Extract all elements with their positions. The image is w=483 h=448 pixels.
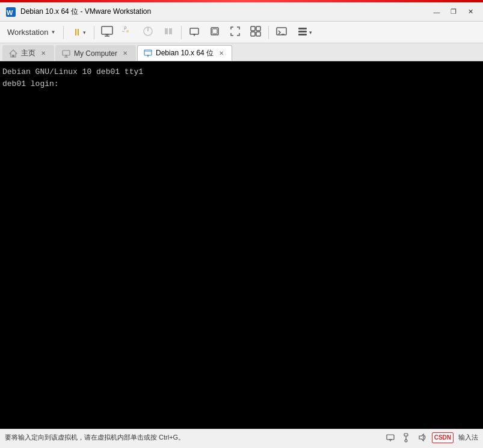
terminal-output: Debian GNU/Linux 10 deb01 tty1 deb01 log… (0, 61, 483, 94)
full-screen-icon (230, 26, 241, 38)
minimize-button[interactable]: — (429, 6, 445, 18)
toolbar-separator-4 (268, 26, 269, 39)
toolbar-separator-1 (63, 26, 64, 39)
vm-display[interactable]: Debian GNU/Linux 10 deb01 tty1 deb01 log… (0, 61, 483, 429)
status-message: 要将输入定向到该虚拟机，请在虚拟机内部单击或按 Ctrl+G。 (5, 433, 185, 442)
fit-guest-button[interactable] (185, 24, 204, 41)
unity-icon (250, 26, 261, 38)
workstation-menu-button[interactable]: Workstation ▼ (2, 25, 60, 39)
input-method-icon[interactable]: 输入法 (458, 432, 478, 443)
suspend-button[interactable] (159, 24, 178, 41)
close-button[interactable]: ✕ (463, 6, 478, 18)
fit-window-icon (209, 26, 220, 38)
toolbar-separator-3 (181, 26, 182, 39)
svg-rect-39 (404, 434, 408, 436)
network-status-icon[interactable] (385, 432, 396, 443)
svg-rect-20 (256, 32, 260, 36)
revert-snapshot-button[interactable] (118, 24, 137, 41)
suspend-icon (163, 26, 174, 38)
tab-home-close[interactable]: ✕ (39, 49, 48, 58)
svg-rect-19 (251, 32, 255, 36)
toolbar-separator-2 (94, 26, 94, 39)
svg-rect-10 (165, 28, 168, 34)
svg-rect-17 (251, 26, 255, 31)
svg-rect-16 (212, 29, 217, 34)
svg-rect-18 (256, 26, 260, 31)
app-icon: W (5, 6, 17, 18)
svg-rect-32 (144, 50, 152, 55)
svg-point-41 (405, 440, 407, 442)
send-keys-button[interactable] (272, 24, 291, 41)
status-bar: 要将输入定向到该虚拟机，请在虚拟机内部单击或按 Ctrl+G。 (0, 429, 483, 446)
svg-rect-28 (63, 51, 70, 55)
terminal-line-3: deb01 login: (2, 78, 481, 90)
svg-text:W: W (7, 9, 13, 16)
unity-button[interactable] (246, 24, 265, 41)
workstation-dropdown-arrow: ▼ (51, 29, 55, 35)
toolbar: Workstation ▼ ⏸ ▾ (0, 22, 483, 43)
ctrl-alt-del-button[interactable] (97, 24, 117, 41)
fit-guest-icon (189, 26, 200, 38)
window-title: Debian 10.x 64 位 - VMware Workstation (20, 7, 429, 17)
workstation-label: Workstation (7, 28, 48, 37)
svg-rect-36 (387, 435, 394, 440)
power-on-button[interactable] (138, 24, 158, 41)
tab-home[interactable]: 主页 ✕ (2, 45, 54, 61)
power-on-icon (143, 26, 153, 38)
my-computer-tab-icon (62, 49, 70, 58)
restore-button[interactable]: ❐ (446, 6, 461, 18)
svg-rect-12 (190, 28, 198, 34)
svg-rect-11 (169, 28, 172, 34)
debian-tab-icon (144, 49, 152, 58)
tab-debian[interactable]: Debian 10.x 64 位 ✕ (137, 45, 232, 61)
svg-rect-24 (298, 31, 307, 32)
view-options-button[interactable]: ▾ (292, 24, 316, 41)
tab-home-label: 主页 (21, 48, 35, 58)
revert-icon (122, 26, 133, 38)
svg-marker-42 (419, 434, 423, 441)
pause-dropdown-arrow: ▾ (83, 29, 86, 35)
vm-content-area[interactable]: Debian GNU/Linux 10 deb01 tty1 deb01 log… (0, 61, 483, 429)
tab-my-computer-label: My Computer (74, 49, 117, 58)
devices-status-icon[interactable] (401, 432, 411, 443)
svg-rect-21 (277, 28, 286, 35)
fit-window-button[interactable] (205, 24, 224, 41)
tab-my-computer[interactable]: My Computer ✕ (55, 45, 136, 61)
svg-rect-27 (12, 55, 14, 57)
tab-debian-label: Debian 10.x 64 位 (156, 48, 214, 58)
tabs-bar: 主页 ✕ My Computer ✕ Debian 10.x 64 位 ✕ (0, 43, 483, 61)
sound-status-icon[interactable] (416, 432, 427, 443)
svg-point-7 (126, 30, 129, 32)
title-bar: W Debian 10.x 64 位 - VMware Workstation … (0, 2, 483, 22)
status-icons-area: CSDN 输入法 (385, 432, 478, 443)
status-message-area: 要将输入定向到该虚拟机，请在虚拟机内部单击或按 Ctrl+G。 (5, 433, 385, 442)
svg-rect-25 (298, 34, 307, 35)
svg-rect-2 (102, 26, 112, 34)
home-tab-icon (9, 49, 17, 58)
pause-icon: ⏸ (72, 27, 82, 38)
svg-rect-23 (298, 28, 307, 29)
terminal-icon (276, 26, 287, 38)
pause-resume-button[interactable]: ⏸ ▾ (67, 24, 91, 41)
accent-bar (0, 0, 483, 2)
tab-my-computer-close[interactable]: ✕ (121, 49, 129, 58)
tab-debian-close[interactable]: ✕ (217, 49, 226, 58)
terminal-line-1: Debian GNU/Linux 10 deb01 tty1 (2, 66, 481, 78)
ctrl-alt-del-icon (101, 26, 113, 38)
csdn-badge[interactable]: CSDN (432, 432, 454, 443)
view-icon (297, 26, 308, 38)
view-dropdown-arrow: ▾ (309, 29, 312, 35)
full-screen-button[interactable] (226, 24, 245, 41)
